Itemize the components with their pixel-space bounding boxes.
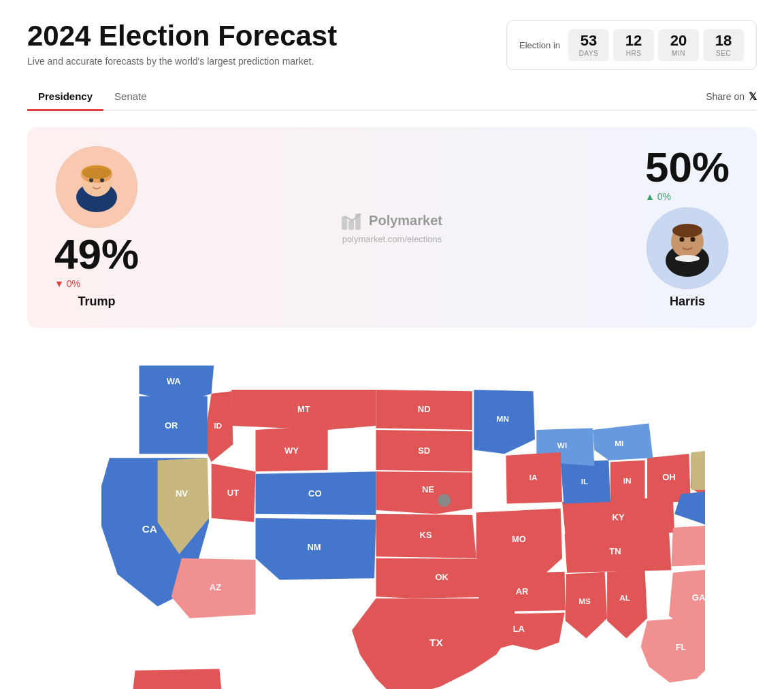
harris-name: Harris (670, 295, 705, 309)
countdown-min: 20 MIN (658, 29, 699, 61)
svg-text:AL: AL (619, 593, 630, 602)
x-platform-icon: 𝕏 (749, 90, 757, 103)
svg-text:OH: OH (662, 472, 675, 482)
trump-avatar (56, 146, 137, 228)
svg-point-5 (89, 178, 93, 182)
svg-text:UT: UT (227, 488, 239, 498)
page-container: 2024 Election Forecast Live and accurate… (0, 0, 784, 689)
days-label: DAYS (576, 50, 601, 57)
svg-text:WA: WA (167, 376, 182, 386)
polymarket-name: Polymarket (369, 213, 442, 229)
svg-text:WI: WI (557, 441, 567, 450)
svg-text:WY: WY (284, 446, 299, 456)
trump-percentage-block: 49% ▼ 0% (54, 233, 139, 289)
svg-rect-8 (342, 216, 347, 230)
candidates-card: 49% ▼ 0% Trump Polymarket polymarket.com… (27, 127, 757, 328)
state-PA[interactable] (691, 448, 705, 490)
svg-text:TX: TX (429, 637, 443, 648)
electoral-map: MT WY ND SD NE KS OK (27, 350, 757, 689)
svg-text:MI: MI (615, 439, 623, 448)
svg-point-6 (100, 178, 104, 182)
svg-text:CA: CA (142, 523, 157, 535)
svg-text:MS: MS (578, 596, 591, 605)
svg-text:KS: KS (420, 530, 432, 540)
polymarket-icon (342, 211, 363, 230)
svg-text:FL: FL (676, 642, 687, 652)
svg-text:MO: MO (512, 534, 526, 544)
us-map-svg: MT WY ND SD NE KS OK (79, 350, 705, 689)
tab-presidency[interactable]: Presidency (27, 84, 103, 111)
min-value: 20 (666, 33, 691, 48)
tabs: Presidency Senate (27, 84, 158, 110)
trump-percentage: 49% (54, 233, 139, 275)
svg-text:AZ: AZ (210, 582, 221, 592)
min-label: MIN (666, 50, 691, 57)
page-title: 2024 Election Forecast (27, 20, 337, 52)
harris-change: ▲ 0% (645, 191, 730, 202)
state-AK[interactable] (131, 669, 224, 689)
svg-text:IN: IN (623, 476, 632, 485)
state-AL[interactable] (607, 570, 647, 638)
hrs-label: HRS (621, 50, 646, 57)
svg-text:ID: ID (214, 421, 222, 430)
trump-name: Trump (78, 295, 116, 309)
svg-text:ND: ND (418, 404, 431, 414)
svg-text:AR: AR (516, 586, 529, 596)
countdown-sec: 18 SEC (703, 29, 744, 61)
countdown-days: 53 DAYS (568, 29, 609, 61)
svg-text:MN: MN (497, 414, 509, 423)
sec-label: SEC (711, 50, 736, 57)
svg-text:IA: IA (529, 473, 538, 482)
page-subtitle: Live and accurate forecasts by the world… (27, 56, 337, 67)
svg-text:NE: NE (422, 484, 434, 494)
harris-avatar (647, 207, 728, 289)
svg-rect-9 (348, 220, 354, 230)
share-on-button[interactable]: Share on 𝕏 (706, 90, 757, 103)
state-NC[interactable] (671, 522, 705, 567)
trump-change: ▼ 0% (54, 278, 139, 289)
svg-text:SD: SD (418, 446, 430, 456)
svg-point-14 (679, 237, 684, 242)
header: 2024 Election Forecast Live and accurate… (27, 20, 757, 70)
svg-text:OR: OR (165, 420, 178, 431)
days-value: 53 (576, 33, 601, 48)
svg-text:IL: IL (581, 477, 588, 486)
tabs-row: Presidency Senate Share on 𝕏 (27, 84, 757, 111)
svg-text:CO: CO (308, 488, 321, 499)
ne-split-dot (438, 494, 451, 507)
svg-point-17 (675, 255, 700, 262)
svg-text:NV: NV (176, 488, 188, 499)
svg-point-7 (83, 168, 110, 179)
state-FL[interactable] (641, 616, 705, 683)
svg-text:MT: MT (297, 404, 310, 414)
svg-text:KY: KY (612, 512, 625, 522)
svg-point-15 (690, 237, 695, 242)
tab-senate[interactable]: Senate (103, 84, 158, 111)
countdown-label: Election in (519, 40, 560, 50)
polymarket-url: polymarket.com/elections (342, 234, 442, 244)
hrs-value: 12 (621, 33, 646, 48)
harris-percentage: 50% (645, 146, 730, 188)
svg-text:NM: NM (308, 542, 321, 552)
svg-text:LA: LA (513, 624, 525, 634)
share-on-label: Share on (706, 91, 745, 102)
countdown-units: 53 DAYS 12 HRS 20 MIN 18 SEC (568, 29, 744, 61)
countdown-hrs: 12 HRS (613, 29, 654, 61)
polymarket-logo: Polymarket (342, 211, 442, 230)
svg-text:TN: TN (609, 546, 621, 556)
sec-value: 18 (711, 33, 736, 48)
harris-percentage-block: 50% ▲ 0% (645, 146, 730, 202)
title-block: 2024 Election Forecast Live and accurate… (27, 20, 337, 67)
harris-candidate: 50% ▲ 0% Harris (645, 146, 730, 309)
trump-candidate: 49% ▼ 0% Trump (54, 146, 139, 309)
polymarket-branding: Polymarket polymarket.com/elections (342, 211, 442, 244)
svg-text:GA: GA (692, 592, 705, 603)
countdown-box: Election in 53 DAYS 12 HRS 20 MIN 18 SEC (506, 20, 757, 70)
svg-text:OK: OK (435, 572, 448, 582)
